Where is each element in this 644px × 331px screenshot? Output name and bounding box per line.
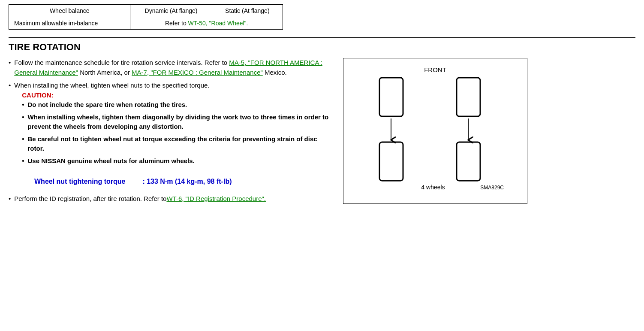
torque-info: Wheel nut tightening torque : 133 N·m (1… <box>34 176 334 187</box>
bullet1-text3: Mexico. <box>263 69 287 76</box>
front-label: FRONT <box>424 66 446 73</box>
tire-rotation-diagram: FRONT 4 wheels SMA829C <box>343 58 527 204</box>
bottom-bullet: Perform the ID registration, after tire … <box>9 194 334 204</box>
table-refer-text: Refer to <box>165 20 188 27</box>
svg-rect-3 <box>457 142 480 181</box>
table-cell-value: Refer to WT-50, "Road Wheel". <box>130 17 283 30</box>
bullet1-text2: North America, or <box>78 69 132 76</box>
bullet1-text1: Follow the maintenance schedule for tire… <box>14 59 229 66</box>
diagram-svg: FRONT 4 wheels SMA829C <box>354 63 517 196</box>
table-header-wheel-balance: Wheel balance <box>9 5 130 17</box>
table-cell-label: Maximum allowable im-balance <box>9 17 130 30</box>
caution-label: CAUTION: <box>22 91 53 99</box>
ref-label: SMA829C <box>480 185 504 191</box>
wheels-label: 4 wheels <box>421 184 445 191</box>
bullet2-text: When installing the wheel, tighten wheel… <box>14 82 209 89</box>
text-content: Follow the maintenance schedule for tire… <box>9 58 334 203</box>
caution-item-4: Use NISSAN genuine wheel nuts for alumin… <box>22 156 334 166</box>
svg-rect-0 <box>379 78 403 116</box>
caution-item-1: Do not include the spare tire when rotat… <box>22 100 334 110</box>
caution-item-3: Be careful not to tighten wheel nut at t… <box>22 134 334 154</box>
torque-separator: : <box>142 178 144 185</box>
link-wt6[interactable]: WT-6, "ID Registration Procedure". <box>166 194 266 204</box>
torque-value: 133 N·m (14 kg-m, 98 ft-lb) <box>147 178 232 185</box>
bullet1-content: Follow the maintenance schedule for tire… <box>14 58 334 77</box>
caution-list: Do not include the spare tire when rotat… <box>22 100 334 166</box>
intro-bullet-list: Follow the maintenance schedule for tire… <box>9 58 334 169</box>
section-title: TIRE ROTATION <box>9 37 635 53</box>
bottom-bullet-text1: Perform the ID registration, after tire … <box>14 194 166 204</box>
bullet2-content: When installing the wheel, tighten wheel… <box>14 81 334 169</box>
svg-rect-1 <box>457 78 480 116</box>
table-header-dynamic: Dynamic (At flange) <box>130 5 212 17</box>
main-content: Follow the maintenance schedule for tire… <box>9 58 635 204</box>
bullet-item-1: Follow the maintenance schedule for tire… <box>9 58 334 77</box>
wheel-balance-table: Wheel balance Dynamic (At flange) Static… <box>9 4 283 30</box>
table-link-wt50[interactable]: WT-50, "Road Wheel". <box>188 20 248 27</box>
table-header-static: Static (At flange) <box>212 5 283 17</box>
torque-label: Wheel nut tightening torque <box>34 178 125 185</box>
bullet-item-2: When installing the wheel, tighten wheel… <box>9 81 334 169</box>
link-ma7[interactable]: MA-7, "FOR MEXICO : General Maintenance" <box>132 69 263 76</box>
svg-rect-2 <box>379 142 403 181</box>
caution-item-2: When installing wheels, tighten them dia… <box>22 112 334 132</box>
